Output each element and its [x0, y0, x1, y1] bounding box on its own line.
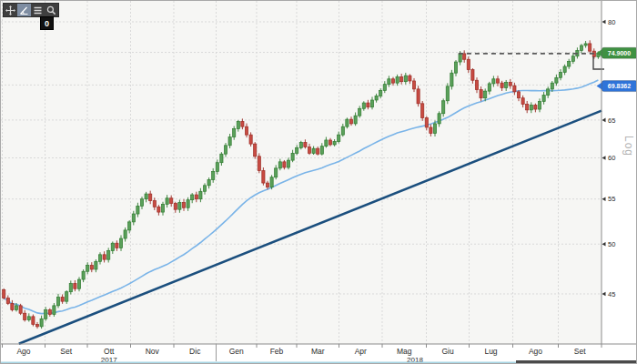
candle-body: [178, 203, 181, 210]
candle-body: [82, 271, 85, 279]
candle-body: [53, 306, 56, 315]
last-price-badge-value: 74.9000: [608, 50, 631, 56]
candle-body: [538, 102, 541, 110]
last-price-badge: 74.9000: [597, 47, 637, 58]
candle-body: [19, 306, 22, 313]
candle-body: [199, 191, 202, 198]
month-label[interactable]: Feb: [270, 347, 284, 356]
ma-price-badge: 69.8362: [597, 81, 637, 92]
price-tick-label[interactable]: 60: [608, 154, 615, 162]
candle-body: [74, 284, 76, 289]
candle-body: [367, 103, 369, 107]
price-tick-label[interactable]: 45: [608, 290, 615, 298]
drawing-counter-badge[interactable]: 0: [40, 16, 54, 30]
move-tool-button[interactable]: [4, 4, 17, 16]
candle-body: [475, 80, 478, 89]
candle-body: [370, 100, 373, 107]
month-label[interactable]: Apr: [355, 347, 367, 356]
candle-body: [124, 230, 126, 238]
candle-body: [425, 118, 428, 127]
candle-body: [534, 105, 537, 109]
month-label[interactable]: Giu: [441, 347, 454, 356]
month-label[interactable]: Ago: [16, 347, 30, 356]
candle-body: [513, 86, 516, 92]
candle-body: [299, 142, 302, 147]
price-chart[interactable]: AgoSetOttNovDicGenFebMarAprMagGiuLugAgoS…: [1, 1, 637, 364]
candle-body: [304, 142, 307, 147]
zoom-tool-button[interactable]: [45, 4, 58, 16]
price-tick-label[interactable]: 80: [608, 18, 615, 26]
candle-body: [187, 200, 189, 208]
candle-body: [95, 261, 97, 269]
angle-tool-button[interactable]: [17, 4, 31, 16]
candle-body: [400, 77, 403, 82]
candle-body: [442, 101, 445, 114]
month-label[interactable]: Set: [574, 347, 586, 356]
candle-body: [484, 91, 487, 98]
ma-price-badge-value: 69.8362: [608, 83, 631, 89]
candle-body: [480, 90, 482, 98]
candle-body: [450, 73, 453, 86]
candle-body: [254, 144, 257, 157]
candle-body: [77, 279, 80, 288]
candle-body: [145, 194, 147, 199]
month-label[interactable]: Gen: [229, 347, 244, 356]
candle-body: [471, 70, 474, 81]
candle-body: [383, 85, 386, 91]
price-tick-label[interactable]: 65: [608, 116, 615, 125]
candle-body: [45, 310, 47, 319]
candle-body: [136, 206, 139, 214]
candle-body: [32, 317, 35, 325]
candle-body: [291, 153, 294, 160]
candle-body: [530, 105, 532, 109]
price-tick-label[interactable]: 55: [608, 195, 615, 203]
candle-body: [174, 203, 177, 209]
candle-body: [580, 46, 582, 50]
price-tick-label[interactable]: 50: [608, 240, 615, 248]
candle-body: [278, 162, 281, 168]
candle-body: [320, 147, 323, 155]
candle-body: [270, 177, 273, 187]
candle-body: [116, 243, 118, 248]
candle-body: [341, 126, 344, 135]
month-label[interactable]: Lug: [484, 347, 497, 356]
month-label[interactable]: Nov: [146, 347, 160, 356]
candle-body: [325, 140, 328, 147]
chart-toolbar: [3, 3, 59, 17]
candle-body: [571, 56, 574, 62]
month-label[interactable]: Ott: [104, 347, 115, 356]
candle-body: [212, 171, 215, 179]
month-label[interactable]: Mar: [311, 347, 325, 356]
candle-body: [241, 122, 244, 127]
candle-body: [526, 105, 529, 110]
candle-body: [496, 79, 499, 83]
angle-icon: [19, 5, 29, 15]
month-label[interactable]: Dic: [189, 347, 201, 356]
scrollbar-track[interactable]: [1, 362, 516, 364]
candle-body: [346, 119, 349, 126]
candle-body: [111, 243, 114, 250]
candle-body: [216, 163, 218, 172]
candle-body: [296, 147, 298, 153]
candle-body: [430, 127, 432, 134]
candle-body: [132, 214, 135, 222]
list-tool-button[interactable]: [31, 4, 45, 16]
month-label[interactable]: Ago: [529, 347, 542, 356]
candle-body: [103, 255, 106, 259]
candle-body: [86, 266, 89, 272]
log-scale-label[interactable]: Log: [622, 136, 635, 157]
candle-body: [379, 90, 382, 96]
candle-body: [107, 251, 110, 260]
candle-body: [446, 86, 449, 101]
candle-body: [170, 198, 173, 204]
candle-body: [454, 62, 457, 73]
scrollbar-thumb[interactable]: [516, 360, 637, 364]
candle-body: [396, 77, 399, 84]
candle-body: [338, 135, 340, 141]
month-label[interactable]: Set: [60, 347, 72, 356]
candle-body: [459, 54, 461, 62]
candle-body: [391, 79, 394, 83]
candle-body: [359, 108, 361, 116]
month-label[interactable]: Mag: [397, 347, 412, 356]
candle-body: [228, 137, 231, 146]
